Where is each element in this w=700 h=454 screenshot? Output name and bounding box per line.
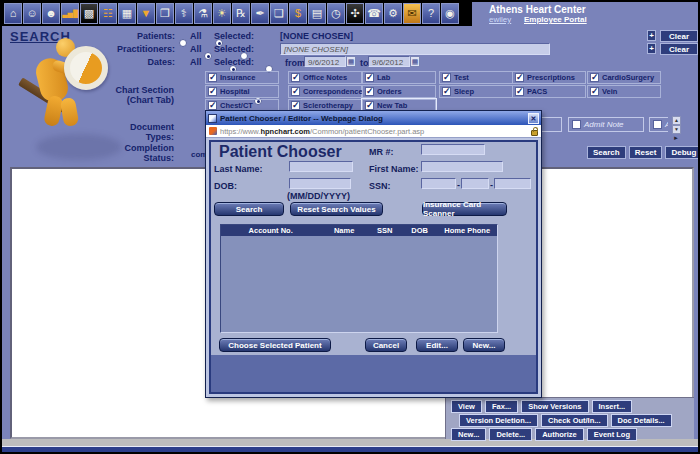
filter-icon[interactable]: ▼ <box>137 3 155 24</box>
calendar-from-icon[interactable]: ▦ <box>346 56 356 67</box>
fax-button[interactable]: Fax... <box>485 400 518 413</box>
home-icon[interactable]: ⌂ <box>4 3 22 24</box>
new-patient-button[interactable]: New... <box>463 338 505 352</box>
clipboard-icon[interactable]: ❐ <box>156 3 174 24</box>
event-log-button[interactable]: Event Log <box>587 428 637 441</box>
delete-button[interactable]: Delete... <box>489 428 532 441</box>
last-name-input[interactable] <box>289 161 353 172</box>
charttab-pacs[interactable]: PACS <box>512 85 586 98</box>
scroll-down-icon[interactable]: ▼ <box>672 125 681 134</box>
patients-clear-button[interactable]: Clear <box>660 30 698 42</box>
printer-icon[interactable]: ▤ <box>308 3 326 24</box>
calculator-icon[interactable]: ▩ <box>80 3 98 24</box>
patient-icon[interactable]: ☺ <box>23 3 41 24</box>
show-versions-button[interactable]: Show Versions <box>521 400 588 413</box>
dob-input[interactable] <box>289 178 351 189</box>
edit-button[interactable]: Edit... <box>416 338 458 352</box>
help-icon[interactable]: ? <box>422 3 440 24</box>
document-icon[interactable]: ❏ <box>270 3 288 24</box>
mr-input[interactable] <box>421 144 485 155</box>
insert-button[interactable]: Insert... <box>592 400 633 413</box>
fan-icon[interactable]: ✣ <box>346 3 364 24</box>
invoice-icon[interactable]: $ <box>289 3 307 24</box>
table-header-row: Account No. Name SSN DOB Home Phone <box>221 225 497 236</box>
new-button[interactable]: New... <box>451 428 486 441</box>
cancel-button[interactable]: Cancel <box>365 338 407 352</box>
doc-actions-row3: New... Delete... Authorize Event Log <box>451 428 637 441</box>
patient-results-table[interactable]: Account No. Name SSN DOB Home Phone <box>220 224 498 333</box>
patients-add-button[interactable]: + <box>647 30 656 41</box>
date-from-input[interactable]: 9/6/2012 <box>304 56 346 67</box>
dialog-icon <box>208 114 217 123</box>
flask-icon[interactable]: ⚗ <box>194 3 212 24</box>
calendar-icon[interactable]: ▦ <box>118 3 136 24</box>
dob-label: DOB: <box>214 181 237 191</box>
view-button[interactable]: View <box>451 400 482 413</box>
charttab-cardiosurgery[interactable]: CardioSurgery <box>587 71 661 84</box>
ssn-input-1[interactable] <box>421 178 456 189</box>
insurance-card-scanner-button[interactable]: Insurance Card Scanner <box>422 202 507 216</box>
first-name-input[interactable] <box>421 161 503 172</box>
charttab-vein[interactable]: Vein <box>587 85 661 98</box>
charttab-sleep[interactable]: Sleep <box>439 85 513 98</box>
version-deletion-button[interactable]: Version Deletion... <box>459 414 538 427</box>
debug-button[interactable]: Debug <box>665 146 700 159</box>
calendar-to-icon[interactable]: ▦ <box>410 56 420 67</box>
ssn-input-2[interactable] <box>461 178 489 189</box>
document-types-label-1: Document <box>58 122 174 132</box>
bar-chart-icon[interactable]: ▃▅█ <box>61 3 79 24</box>
scroll-up-icon[interactable]: ▲ <box>672 116 681 125</box>
user-link[interactable]: ewiley <box>489 15 511 24</box>
practitioners-clear-button[interactable]: Clear <box>660 43 698 55</box>
bottom-bar <box>2 446 698 452</box>
practitioners-input[interactable]: [NONE CHOSEN] <box>280 43 550 55</box>
choose-selected-patient-button[interactable]: Choose Selected Patient <box>219 338 331 352</box>
chart-section-label-1: Chart Section <box>58 85 174 95</box>
charttab-orders[interactable]: Orders <box>362 85 436 98</box>
dialog-search-button[interactable]: Search <box>214 202 284 216</box>
charttab-correspondence[interactable]: Correspondence <box>288 85 362 98</box>
authorize-button[interactable]: Authorize <box>535 428 584 441</box>
practitioners-add-button[interactable]: + <box>647 43 656 54</box>
dates-all-label: All <box>190 57 202 67</box>
practitioner-icon[interactable]: ☻ <box>42 3 60 24</box>
search-actions: Search Reset Debug <box>587 146 700 159</box>
check-out-in-button[interactable]: Check Out/In... <box>541 414 608 427</box>
search-button[interactable]: Search <box>587 146 626 159</box>
first-name-label: First Name: <box>369 164 419 174</box>
charttab-office-notes[interactable]: Office Notes <box>288 71 362 84</box>
pills-icon[interactable]: ℞ <box>232 3 250 24</box>
checkbox-icon <box>442 87 451 96</box>
mail-icon[interactable]: ✉ <box>403 3 421 24</box>
phone-icon[interactable]: ☎ <box>365 3 383 24</box>
close-icon[interactable]: ✕ <box>528 113 539 124</box>
ssn-input-3[interactable] <box>494 178 531 189</box>
gear-icon[interactable]: ⚙ <box>384 3 402 24</box>
doc-details-button[interactable]: Doc Details... <box>611 414 672 427</box>
patients-all-radio[interactable] <box>179 39 187 47</box>
charttab-prescriptions[interactable]: Prescriptions <box>512 71 586 84</box>
date-to-input[interactable]: 9/6/2012 <box>368 56 410 67</box>
gauge-icon[interactable]: ◷ <box>327 3 345 24</box>
doctype-partial[interactable]: A <box>649 117 668 132</box>
stethoscope-icon[interactable]: ⚕ <box>175 3 193 24</box>
reset-button[interactable]: Reset <box>629 146 663 159</box>
sun-icon[interactable]: ☀ <box>213 3 231 24</box>
syringe-icon[interactable]: ✒ <box>251 3 269 24</box>
scroll-right-icon[interactable]: ► <box>673 135 679 141</box>
employee-portal-link[interactable]: Employee Portal <box>524 15 587 24</box>
url-domain: hpnchart.com <box>260 127 310 136</box>
url-path: /Common/patientChooser.part.asp <box>310 127 424 136</box>
charttab-insurance[interactable]: Insurance <box>205 71 279 84</box>
charttab-hospital[interactable]: Hospital <box>205 85 279 98</box>
shopping-cart-icon[interactable]: ☷ <box>99 3 117 24</box>
doctype-admit-note[interactable]: Admit Note <box>568 117 644 132</box>
reset-search-values-button[interactable]: Reset Search Values <box>290 202 383 216</box>
practitioners-all-radio[interactable] <box>204 52 212 60</box>
charttab-lab[interactable]: Lab <box>362 71 436 84</box>
checkbox-icon <box>572 120 581 129</box>
power-icon[interactable]: ◉ <box>441 3 459 24</box>
charttab-test[interactable]: Test <box>439 71 513 84</box>
url-prefix: https://www. <box>220 127 260 136</box>
checkbox-icon <box>365 101 374 110</box>
